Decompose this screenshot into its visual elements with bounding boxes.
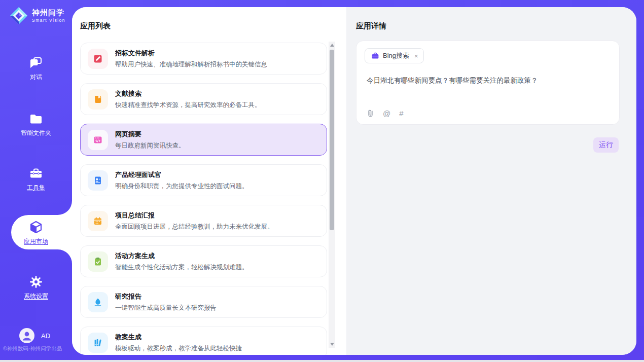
app-card-desc: 全面回顾项目进展，总结经验教训，助力未来优化发展。 xyxy=(115,223,274,231)
pen-square-icon xyxy=(88,49,108,69)
avatar-icon xyxy=(19,328,34,343)
sidebar-item-label: 系统设置 xyxy=(24,292,48,301)
app-card-title: 活动方案生成 xyxy=(115,251,248,261)
hashtag-icon[interactable]: # xyxy=(399,109,403,118)
user-initials: AD xyxy=(41,332,50,340)
sidebar-item-label: 工具集 xyxy=(27,184,45,192)
folder-icon xyxy=(29,112,43,126)
tool-chip-bing-search[interactable]: Bing搜索 × xyxy=(365,48,424,63)
app-card-title: 研究报告 xyxy=(115,292,217,301)
content-area: 应用列表 招标文件解析 帮助用户快速、准确地理解和解析招标书中的关键信息 xyxy=(72,7,636,355)
app-card-desc: 每日政府新闻资讯快查。 xyxy=(115,141,185,150)
sidebar-item-toolset[interactable]: 工具集 xyxy=(0,166,72,192)
book-icon xyxy=(88,89,108,110)
sidebar-item-label: 智能文件夹 xyxy=(21,129,51,137)
run-button[interactable]: 运行 xyxy=(593,137,619,153)
app-card-selected[interactable]: 网页摘要 每日政府新闻资讯快查。 xyxy=(80,124,327,156)
list-scrollbar[interactable] xyxy=(329,42,335,348)
sidebar-item-label: 对话 xyxy=(30,73,42,82)
app-card-desc: 一键智能生成高质量长文本研究报告 xyxy=(115,304,217,312)
app-card[interactable]: 教案生成 模板驱动，教案秒成，教学准备从此轻松快捷 xyxy=(80,327,327,355)
ink-drop-icon xyxy=(88,292,108,312)
app-card-title: 文献搜索 xyxy=(115,89,261,98)
logo-title: 神州问学 xyxy=(32,9,65,17)
interviewer-icon xyxy=(88,170,108,191)
app-card-desc: 快速精准查找学术资源，提高研究效率的必备工具。 xyxy=(115,101,261,110)
close-icon[interactable]: × xyxy=(414,53,418,59)
logo-subtitle: Smart Vision xyxy=(32,18,65,23)
clipboard-check-icon xyxy=(88,251,108,272)
browser-code-icon xyxy=(88,130,108,150)
chat-icon xyxy=(29,56,43,70)
sidebar-item-chat[interactable]: 对话 xyxy=(0,56,72,82)
mention-at-icon[interactable]: @ xyxy=(383,109,390,118)
brand-logo: 神州问学 Smart Vision xyxy=(9,6,65,25)
copyright-footer: ©神州数码·神州问学出品 xyxy=(3,345,62,352)
sidebar: 神州问学 Smart Vision 对话 智能文件夹 xyxy=(0,0,72,360)
books-icon xyxy=(88,333,108,353)
cube-icon xyxy=(29,220,43,234)
prompt-toolbar: @ # xyxy=(367,109,404,118)
prompt-card: Bing搜索 × 今日湖北有哪些新闻要点？有哪些需要关注的最新政策？ @ # xyxy=(356,41,620,125)
app-card-desc: 帮助用户快速、准确地理解和解析招标书中的关键信息 xyxy=(115,60,267,69)
app-detail-panel: 应用详情 Bing搜索 × 今日湖北有哪些新闻要点？有哪些需要关注的最新政策？ xyxy=(346,7,636,355)
sidebar-item-label: 应用市场 xyxy=(24,237,48,246)
diamond-logo-icon xyxy=(9,6,28,25)
briefcase-icon xyxy=(371,52,379,60)
app-card-title: 教案生成 xyxy=(115,333,242,342)
app-card-desc: 明确身份和职责，为您提供专业性的面试问题。 xyxy=(115,182,248,191)
scroll-down-arrow-icon[interactable] xyxy=(330,343,334,346)
app-card[interactable]: 研究报告 一键智能生成高质量长文本研究报告 xyxy=(80,286,327,318)
app-card-title: 产品经理面试官 xyxy=(115,170,248,179)
app-card-title: 网页摘要 xyxy=(115,130,185,139)
app-detail-title: 应用详情 xyxy=(356,21,386,31)
sidebar-item-settings[interactable]: 系统设置 xyxy=(0,275,72,301)
scrollbar-thumb[interactable] xyxy=(330,50,334,230)
app-list-panel: 应用列表 招标文件解析 帮助用户快速、准确地理解和解析招标书中的关键信息 xyxy=(72,7,346,355)
app-card[interactable]: 项目总结汇报 全面回顾项目进展，总结经验教训，助力未来优化发展。 xyxy=(80,205,327,237)
tool-chip-label: Bing搜索 xyxy=(383,51,409,60)
gear-icon xyxy=(29,275,43,289)
app-card-desc: 模板驱动，教案秒成，教学准备从此轻松快捷 xyxy=(115,344,242,353)
app-card[interactable]: 产品经理面试官 明确身份和职责，为您提供专业性的面试问题。 xyxy=(80,164,327,196)
sidebar-item-smart-folder[interactable]: 智能文件夹 xyxy=(0,112,72,137)
app-card-title: 项目总结汇报 xyxy=(115,211,274,220)
app-card-desc: 智能生成个性化活动方案，轻松解决规划难题。 xyxy=(115,263,248,272)
app-card[interactable]: 招标文件解析 帮助用户快速、准确地理解和解析招标书中的关键信息 xyxy=(80,43,327,75)
app-card-title: 招标文件解析 xyxy=(115,49,267,58)
calendar-icon xyxy=(88,211,108,231)
app-frame: 神州问学 Smart Vision 对话 智能文件夹 xyxy=(0,0,644,360)
scroll-up-arrow-icon[interactable] xyxy=(330,44,334,47)
app-card[interactable]: 文献搜索 快速精准查找学术资源，提高研究效率的必备工具。 xyxy=(80,83,327,115)
toolbox-icon xyxy=(29,166,43,180)
app-card[interactable]: 活动方案生成 智能生成个性化活动方案，轻松解决规划难题。 xyxy=(80,245,327,277)
paperclip-icon[interactable] xyxy=(367,109,374,118)
sidebar-item-app-market[interactable]: 应用市场 xyxy=(0,220,72,246)
app-list-title: 应用列表 xyxy=(80,21,111,31)
prompt-text[interactable]: 今日湖北有哪些新闻要点？有哪些需要关注的最新政策？ xyxy=(356,63,619,86)
user-account[interactable]: AD xyxy=(19,328,50,343)
app-card-list: 招标文件解析 帮助用户快速、准确地理解和解析招标书中的关键信息 文献搜索 快速精… xyxy=(80,43,327,355)
